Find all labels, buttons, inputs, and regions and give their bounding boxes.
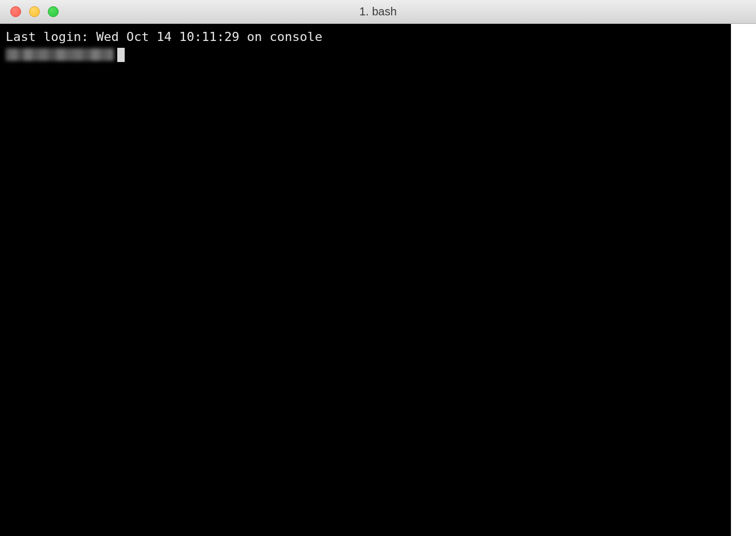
close-icon[interactable] xyxy=(10,6,21,17)
scrollbar-gutter[interactable] xyxy=(731,24,756,536)
window-controls xyxy=(0,6,59,17)
cursor-icon xyxy=(117,48,125,62)
last-login-line: Last login: Wed Oct 14 10:11:29 on conso… xyxy=(6,30,322,44)
terminal-wrap: Last login: Wed Oct 14 10:11:29 on conso… xyxy=(0,24,756,536)
zoom-icon[interactable] xyxy=(48,6,59,17)
terminal-content[interactable]: Last login: Wed Oct 14 10:11:29 on conso… xyxy=(0,24,731,536)
window-title: 1. bash xyxy=(359,5,397,18)
window-titlebar[interactable]: 1. bash xyxy=(0,0,756,24)
prompt-line xyxy=(6,46,725,64)
redacted-prompt xyxy=(6,48,114,61)
minimize-icon[interactable] xyxy=(29,6,40,17)
terminal-window: 1. bash Last login: Wed Oct 14 10:11:29 … xyxy=(0,0,756,536)
